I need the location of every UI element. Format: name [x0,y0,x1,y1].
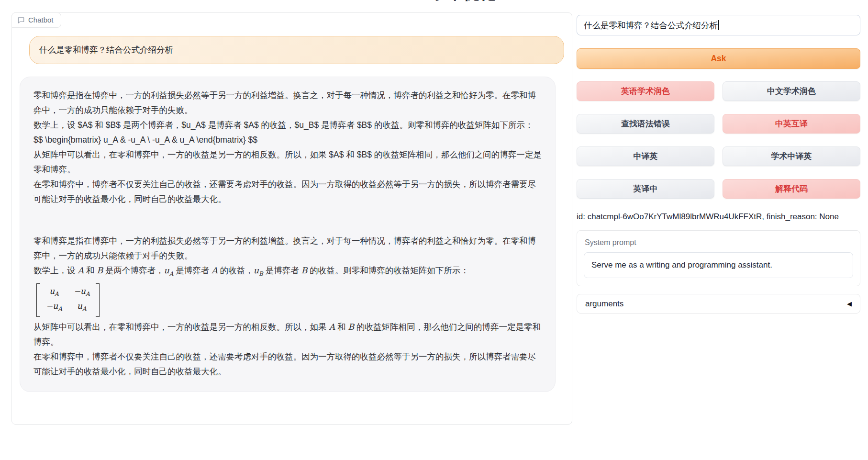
math-variable: B [97,266,103,275]
text-segment: 和 [335,322,348,332]
math-variable: B [348,322,354,332]
matrix-cell: −uA [46,300,62,315]
user-message-bubble: 什么是零和博弈？结合公式介绍分析 [29,36,564,64]
bot-paragraph: 从矩阵中可以看出，在零和博弈中，一方的收益是另一方的相反数。所以，如果 $A$ … [33,147,542,177]
page-title-clipped: 学术优化 [431,0,496,3]
bot-raw-section: 零和博弈是指在博弈中，一方的利益损失必然等于另一方的利益增益。换言之，对于每一种… [33,88,542,207]
text-segment: 的收益， [218,266,254,275]
math-variable: A [211,266,218,275]
matrix-left-bracket [36,283,40,317]
bot-message-bubble: 零和博弈是指在博弈中，一方的利益损失必然等于另一方的利益增益。换言之，对于每一种… [20,77,556,392]
function-button[interactable]: 中文学术润色 [723,81,860,101]
text-segment: 的收益。则零和博弈的收益矩阵如下所示： [307,266,468,275]
chatbot-panel: Chatbot 什么是零和博弈？结合公式介绍分析 零和博弈是指在博弈中，一方的利… [11,12,572,425]
function-button-grid: 英语学术润色中文学术润色查找语法错误中英互译中译英学术中译英英译中解释代码 [577,81,860,199]
math-variable: A [329,322,335,332]
function-button[interactable]: 解释代码 [723,179,860,199]
function-button[interactable]: 中译英 [577,146,714,166]
prompt-input[interactable]: 什么是零和博弈？结合公式介绍分析 [577,15,860,35]
matrix-cell: uA [46,285,62,300]
bot-paragraph: 零和博弈是指在博弈中，一方的利益损失必然等于另一方的利益增益。换言之，对于每一种… [33,234,542,263]
bot-paragraph-math: 从矩阵中可以看出，在零和博弈中，一方的收益是另一方的相反数。所以，如果 A 和 … [33,320,542,349]
function-button[interactable]: 英语学术润色 [577,81,714,101]
system-prompt-text: Serve me as a writing and programming as… [591,260,772,270]
math-variable: B [301,266,308,275]
response-status-line: id: chatcmpl-6wOo7KrYTwMl89lbrMWRu4UkFFX… [577,212,860,222]
function-button[interactable]: 中英互译 [723,114,860,134]
control-column: 什么是零和博弈？结合公式介绍分析 Ask 英语学术润色中文学术润色查找语法错误中… [577,15,860,314]
arguments-accordion[interactable]: arguments ◀ [577,294,860,314]
chatbot-label-tab: Chatbot [11,12,61,28]
function-button[interactable]: 学术中译英 [723,146,860,166]
function-button[interactable]: 查找语法错误 [577,114,714,134]
accordion-label: arguments [585,299,623,309]
text-segment: 是博弈者 [173,266,211,275]
prompt-input-text: 什么是零和博弈？结合公式介绍分析 [584,20,718,31]
system-prompt-group: System prompt Serve me as a writing and … [577,230,860,286]
bot-paragraph-math: 数学上，设 A 和 B 是两个博弈者，uA 是博弈者 A 的收益，uB 是博弈者… [33,263,542,281]
math-variable: uA [164,266,174,275]
bot-paragraph: 在零和博弈中，博弈者不仅要关注自己的收益，还需要考虑对手的收益。因为一方取得的收… [33,177,542,207]
text-cursor [718,20,719,30]
bot-message-gap [33,207,542,234]
matrix-right-bracket [96,283,100,317]
text-segment: 数学上，设 [33,266,78,275]
chatbot-label-text: Chatbot [28,16,54,24]
bot-paragraph: 在零和博弈中，博弈者不仅要关注自己的收益，还需要考虑对手的收益。因为一方取得的收… [33,349,542,379]
system-prompt-label: System prompt [585,238,853,247]
page: 学术优化 Chatbot 什么是零和博弈？结合公式介绍分析 零和博弈是指在博弈中… [0,0,868,460]
bot-rendered-section: 零和博弈是指在博弈中，一方的利益损失必然等于另一方的利益增益。换言之，对于每一种… [33,234,542,379]
bot-matrix-block: uA−uA−uAuA [33,281,542,320]
text-segment: 和 [84,266,97,275]
payoff-matrix: uA−uA−uAuA [36,283,100,317]
math-variable: uB [254,266,263,275]
accordion-arrow-icon: ◀ [847,300,852,307]
ask-button[interactable]: Ask [577,48,860,69]
text-segment: 是博弈者 [263,266,301,275]
chat-messages: 什么是零和博弈？结合公式介绍分析 零和博弈是指在博弈中，一方的利益损失必然等于另… [12,13,572,400]
chat-bubble-icon [17,16,25,24]
function-button[interactable]: 英译中 [577,179,714,199]
bot-paragraph: 零和博弈是指在博弈中，一方的利益损失必然等于另一方的利益增益。换言之，对于每一种… [33,88,542,118]
system-prompt-input[interactable]: Serve me as a writing and programming as… [584,252,853,278]
math-variable: A [78,266,84,275]
bot-paragraph: 数学上，设 $A$ 和 $B$ 是两个博弈者，$u_A$ 是博弈者 $A$ 的收… [33,118,542,133]
matrix-cell: −uA [74,285,90,300]
text-segment: 从矩阵中可以看出，在零和博弈中，一方的收益是另一方的相反数。所以，如果 [33,322,329,332]
text-segment: 是两个博弈者， [103,266,164,275]
bot-paragraph-latex: $$ \begin{bmatrix} u_A & -u_A \ -u_A & u… [33,133,542,147]
matrix-cell: uA [74,300,90,315]
user-message-text: 什么是零和博弈？结合公式介绍分析 [39,45,173,55]
